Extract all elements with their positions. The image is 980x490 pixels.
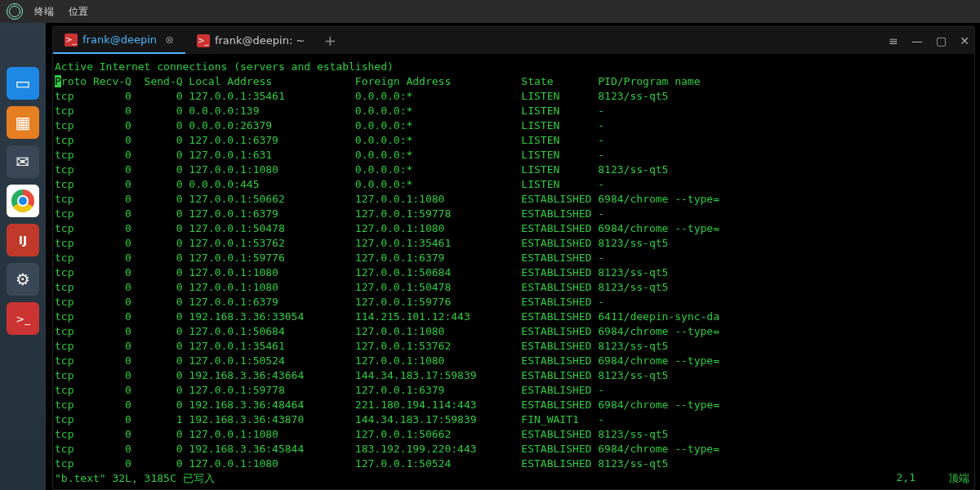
terminal-output[interactable]: Active Internet connections (servers and…: [53, 55, 974, 489]
chrome-icon[interactable]: [7, 185, 39, 217]
tab-1[interactable]: >_ frank@deepin ⊗: [53, 27, 185, 54]
terminal-tab-icon: >_: [65, 33, 78, 47]
dock-app-ij-icon[interactable]: IJ: [7, 224, 39, 256]
terminal-icon[interactable]: >_: [7, 302, 39, 335]
status-position: 2,1: [897, 471, 915, 486]
deepin-launcher-icon[interactable]: [7, 28, 39, 60]
tab-bar: >_ frank@deepin ⊗ >_ frank@deepin: ~ + ≡…: [53, 27, 974, 55]
tab-label: frank@deepin: [82, 33, 157, 46]
status-scroll: 顶端: [948, 471, 969, 486]
close-icon[interactable]: ⊗: [162, 33, 174, 46]
maximize-icon[interactable]: ▢: [936, 34, 947, 47]
menubar-location[interactable]: 位置: [69, 5, 88, 19]
add-tab-button[interactable]: +: [316, 27, 344, 54]
tab-label: frank@deepin: ~: [215, 34, 305, 47]
dock: ▭ ▦ ✉ IJ ⚙ >_: [0, 23, 46, 490]
vim-status-line: "b.text" 32L, 3185C 已写入 2,1 顶端: [55, 471, 969, 486]
settings-icon[interactable]: ⚙: [7, 263, 39, 296]
status-file: "b.text" 32L, 3185C 已写入: [55, 471, 215, 486]
window-controls: ≡ — ▢ ✕: [889, 27, 969, 55]
minimize-icon[interactable]: —: [911, 34, 923, 47]
deepin-logo-icon: [7, 3, 23, 20]
thunderbird-icon[interactable]: ✉: [7, 145, 39, 178]
menubar-app[interactable]: 终端: [34, 5, 54, 19]
dock-app-2-icon[interactable]: ▦: [7, 106, 39, 139]
menu-icon[interactable]: ≡: [889, 34, 898, 47]
dock-app-1-icon[interactable]: ▭: [7, 67, 39, 100]
close-window-icon[interactable]: ✕: [960, 34, 969, 47]
terminal-window: >_ frank@deepin ⊗ >_ frank@deepin: ~ + ≡…: [52, 26, 975, 490]
terminal-tab-icon: >_: [197, 34, 210, 47]
system-menubar: 终端 位置: [0, 0, 980, 23]
tab-2[interactable]: >_ frank@deepin: ~: [185, 27, 316, 54]
